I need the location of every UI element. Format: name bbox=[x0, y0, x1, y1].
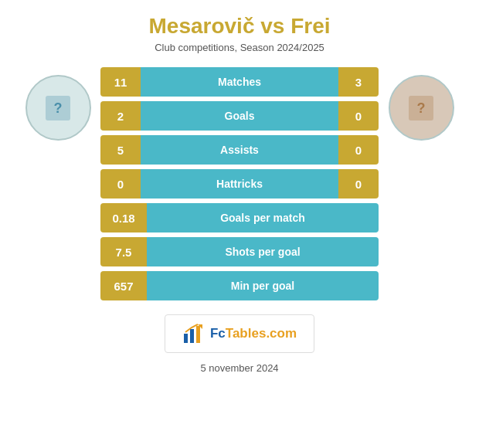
stat-left-assists: 5 bbox=[100, 135, 141, 165]
stat-left-shots-per-goal: 7.5 bbox=[100, 237, 147, 266]
page-container: Mesarovič vs Frei Club competitions, Sea… bbox=[0, 0, 479, 448]
stat-left-matches: 11 bbox=[100, 67, 141, 97]
fctables-text-tables: Tables.com bbox=[226, 326, 297, 341]
stat-label-matches: Matches bbox=[141, 67, 338, 97]
stat-left-goals-per-match: 0.18 bbox=[100, 203, 147, 232]
stat-right-hattricks: 0 bbox=[338, 169, 379, 199]
page-title: Mesarovič vs Frei bbox=[148, 14, 330, 39]
stat-row-min-per-goal: 657Min per goal bbox=[100, 271, 379, 300]
svg-rect-6 bbox=[196, 326, 200, 343]
stat-label-min-per-goal: Min per goal bbox=[147, 271, 379, 300]
svg-rect-5 bbox=[190, 329, 194, 343]
fctables-logo: FcTables.com bbox=[165, 314, 314, 353]
player-right-icon: ? bbox=[407, 94, 435, 122]
fctables-chart-icon bbox=[182, 323, 204, 344]
player-left-icon: ? bbox=[44, 94, 72, 122]
stat-right-assists: 0 bbox=[338, 135, 379, 165]
svg-text:?: ? bbox=[54, 100, 63, 116]
stat-right-goals: 0 bbox=[338, 101, 379, 131]
stat-left-hattricks: 0 bbox=[100, 169, 141, 199]
stat-left-goals: 2 bbox=[100, 101, 141, 131]
stat-row-hattricks: 0Hattricks0 bbox=[100, 169, 379, 199]
fctables-text: FcTables.com bbox=[210, 326, 297, 341]
stat-left-min-per-goal: 657 bbox=[100, 271, 147, 300]
date-footer: 5 november 2024 bbox=[200, 362, 278, 374]
stat-label-goals-per-match: Goals per match bbox=[147, 203, 379, 232]
svg-text:?: ? bbox=[417, 100, 426, 116]
stat-label-hattricks: Hattricks bbox=[141, 169, 338, 199]
stat-label-goals: Goals bbox=[141, 101, 338, 131]
stat-right-matches: 3 bbox=[338, 67, 379, 97]
page-subtitle: Club competitions, Season 2024/2025 bbox=[155, 42, 324, 53]
player-right-avatar: ? bbox=[389, 75, 454, 141]
stat-label-assists: Assists bbox=[141, 135, 338, 165]
stat-row-matches: 11Matches3 bbox=[100, 67, 379, 97]
main-area: ? 11Matches32Goals05Assists00Hattricks00… bbox=[0, 67, 479, 300]
fctables-text-fc: Fc bbox=[210, 326, 226, 341]
stat-row-goals: 2Goals0 bbox=[100, 101, 379, 131]
stat-row-assists: 5Assists0 bbox=[100, 135, 379, 165]
stat-row-goals-per-match: 0.18Goals per match bbox=[100, 203, 379, 232]
stat-row-shots-per-goal: 7.5Shots per goal bbox=[100, 237, 379, 266]
stats-column: 11Matches32Goals05Assists00Hattricks00.1… bbox=[100, 67, 379, 300]
player-left-side: ? bbox=[15, 67, 100, 141]
svg-rect-4 bbox=[184, 334, 188, 343]
player-right-side: ? bbox=[379, 67, 464, 141]
stat-label-shots-per-goal: Shots per goal bbox=[147, 237, 379, 266]
player-left-avatar: ? bbox=[25, 75, 91, 141]
